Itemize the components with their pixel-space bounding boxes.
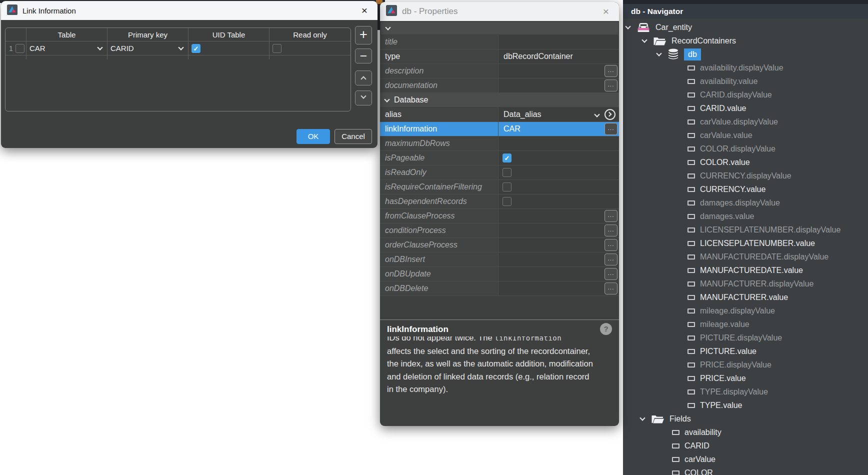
property-row-title[interactable]: title: [380, 35, 619, 50]
property-row-isrequirecontainerfiltering[interactable]: isRequireContainerFiltering: [380, 180, 619, 194]
move-up-button[interactable]: [355, 70, 372, 86]
tree-item[interactable]: availability: [623, 426, 868, 439]
tree-item[interactable]: CURRENCY.value: [623, 182, 868, 196]
property-row-isreadonly[interactable]: isReadOnly: [380, 166, 619, 180]
tree-item[interactable]: MANUFACTURER.displayValue: [623, 277, 868, 290]
tree-item[interactable]: damages.displayValue: [623, 196, 868, 210]
property-value[interactable]: [498, 136, 619, 150]
tree-item[interactable]: PRICE.displayValue: [623, 358, 868, 372]
tree-item[interactable]: mileage.displayValue: [623, 304, 868, 318]
goto-reference-icon[interactable]: [604, 109, 616, 120]
property-row-conditionprocess[interactable]: conditionProcess ...: [380, 224, 619, 238]
property-row-ondbupdate[interactable]: onDBUpdate ...: [380, 267, 619, 282]
ellipsis-button[interactable]: ...: [604, 224, 618, 236]
property-row-linkinformation[interactable]: linkInformation CAR ...: [380, 122, 619, 136]
tree-item[interactable]: availability.displayValue: [623, 61, 868, 74]
properties-titlebar[interactable]: db - Properties ×: [380, 2, 619, 21]
property-row-documentation[interactable]: documentation ...: [380, 78, 619, 93]
checkbox-unchecked[interactable]: [502, 168, 512, 177]
tree-item[interactable]: LICENSEPLATENUMBER.value: [623, 236, 868, 250]
property-value[interactable]: dbRecordContainer: [498, 50, 619, 64]
property-value[interactable]: [498, 35, 619, 49]
ellipsis-button[interactable]: ...: [604, 239, 618, 251]
tree-item[interactable]: availability.value: [623, 74, 868, 88]
cancel-button[interactable]: Cancel: [334, 129, 372, 144]
property-row-fromclauseprocess[interactable]: fromClauseProcess ...: [380, 209, 619, 224]
ellipsis-button[interactable]: ...: [604, 80, 618, 92]
property-value[interactable]: ...: [498, 282, 619, 296]
checkbox-checked[interactable]: ✓: [502, 154, 512, 162]
tree-item-car-entity[interactable]: Car_entity: [623, 20, 868, 34]
property-value[interactable]: ...: [498, 209, 619, 223]
tree-item[interactable]: CURRENCY.displayValue: [623, 169, 868, 182]
tree-item[interactable]: damages.value: [623, 210, 868, 223]
tree-item[interactable]: LICENSEPLATENUMBER.displayValue: [623, 223, 868, 236]
tree-item[interactable]: COLOR.displayValue: [623, 142, 868, 156]
checkbox-unchecked[interactable]: [502, 197, 512, 206]
section-database[interactable]: Database: [380, 93, 619, 108]
tree-item[interactable]: MANUFACTUREDATE.value: [623, 264, 868, 277]
tree-item[interactable]: carValue: [623, 452, 868, 466]
property-row-maximumdbrows[interactable]: maximumDbRows: [380, 136, 619, 151]
tree-item[interactable]: CARID.value: [623, 102, 868, 115]
tree-item-fields[interactable]: Fields: [623, 412, 868, 426]
property-value[interactable]: ...: [498, 238, 619, 252]
tree-item[interactable]: PRICE.value: [623, 372, 868, 385]
ellipsis-button[interactable]: ...: [604, 254, 618, 266]
tree-item[interactable]: TYPE.displayValue: [623, 385, 868, 398]
ellipsis-button[interactable]: ...: [604, 123, 618, 135]
properties-collapse-bar[interactable]: [381, 22, 618, 34]
property-row-ispageable[interactable]: isPageable ✓: [380, 151, 619, 166]
tree-item-db[interactable]: db: [623, 48, 868, 61]
tree-item[interactable]: PICTURE.value: [623, 344, 868, 358]
property-value[interactable]: ...: [498, 64, 619, 78]
tree-item[interactable]: MANUFACTURER.value: [623, 290, 868, 304]
tree-item[interactable]: TYPE.value: [623, 398, 868, 412]
close-icon[interactable]: ×: [599, 4, 613, 18]
tree-item[interactable]: mileage.value: [623, 318, 868, 331]
property-row-type[interactable]: type dbRecordContainer: [380, 50, 619, 64]
tree-item[interactable]: MANUFACTUREDATE.displayValue: [623, 250, 868, 264]
ellipsis-button[interactable]: ...: [604, 210, 618, 222]
chevron-down-icon[interactable]: [642, 37, 647, 42]
property-row-hasdependentrecords[interactable]: hasDependentRecords: [380, 194, 619, 209]
property-row-orderclauseprocess[interactable]: orderClauseProcess ...: [380, 238, 619, 252]
chevron-down-icon[interactable]: [625, 24, 630, 29]
tree-item-recordcontainers[interactable]: RecordContainers: [623, 34, 868, 48]
property-row-description[interactable]: description ...: [380, 64, 619, 78]
tree-item[interactable]: carValue.displayValue: [623, 115, 868, 128]
ellipsis-button[interactable]: ...: [604, 282, 618, 294]
ok-button[interactable]: OK: [296, 129, 330, 144]
tree-item[interactable]: PICTURE.displayValue: [623, 331, 868, 344]
tree-item[interactable]: CARID: [623, 439, 868, 452]
remove-row-button[interactable]: −: [355, 48, 372, 64]
tree-item[interactable]: COLOR: [623, 466, 868, 475]
property-value[interactable]: ...: [498, 252, 619, 266]
property-value[interactable]: Data_alias: [498, 108, 619, 122]
help-question-icon[interactable]: ?: [600, 323, 612, 335]
property-value[interactable]: ...: [498, 224, 619, 238]
checkbox-checked[interactable]: ✓: [192, 44, 200, 53]
add-row-button[interactable]: +: [355, 26, 372, 44]
link-dialog-titlebar[interactable]: Link Information ×: [1, 1, 378, 20]
checkbox-unchecked[interactable]: [502, 182, 512, 192]
table-dropdown[interactable]: CAR: [26, 42, 108, 55]
tree-item[interactable]: CARID.displayValue: [623, 88, 868, 102]
tree-item[interactable]: COLOR.value: [623, 156, 868, 169]
row-checkbox-unchecked[interactable]: [16, 44, 24, 53]
checkbox-unchecked[interactable]: [272, 44, 282, 53]
link-table-row[interactable]: 1 CAR CARID ✓: [6, 42, 350, 56]
primary-key-dropdown[interactable]: CARID: [108, 42, 188, 55]
property-value[interactable]: ...: [498, 267, 619, 281]
property-value[interactable]: CAR ...: [498, 122, 619, 136]
tree-item[interactable]: carValue.value: [623, 128, 868, 142]
ellipsis-button[interactable]: ...: [604, 65, 618, 77]
chevron-down-icon[interactable]: [640, 415, 645, 420]
property-row-alias[interactable]: alias Data_alias: [380, 108, 619, 122]
ellipsis-button[interactable]: ...: [604, 268, 618, 280]
chevron-down-icon[interactable]: [594, 112, 600, 117]
property-row-ondbdelete[interactable]: onDBDelete ...: [380, 282, 619, 296]
property-value[interactable]: ...: [498, 78, 619, 92]
property-row-ondbinsert[interactable]: onDBInsert ...: [380, 252, 619, 267]
move-down-button[interactable]: [355, 90, 372, 106]
